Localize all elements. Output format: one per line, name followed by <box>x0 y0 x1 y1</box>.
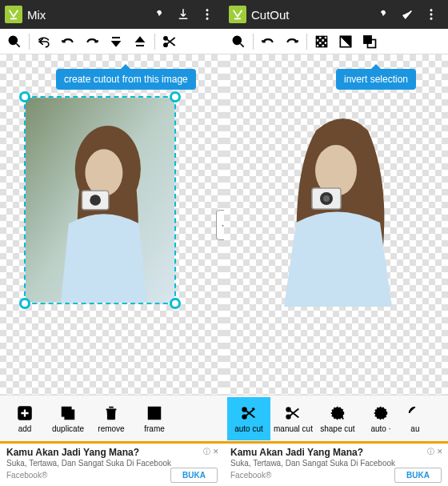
svg-point-2 <box>206 18 208 19</box>
svg-point-37 <box>287 408 291 412</box>
svg-rect-22 <box>319 38 322 41</box>
ad-sub: Suka, Tertawa, Dan Sangat Suka Di Facebo… <box>6 459 218 468</box>
invert-icon[interactable] <box>334 30 357 53</box>
svg-rect-25 <box>322 42 324 44</box>
cutout-tooltip: invert selection <box>336 69 416 90</box>
svg-rect-20 <box>316 36 318 38</box>
svg-rect-24 <box>316 42 318 44</box>
help-icon[interactable] <box>371 0 395 29</box>
resize-handle-br[interactable] <box>170 298 181 309</box>
mix-titlebar: Mix <box>0 0 224 29</box>
add-button[interactable]: add <box>3 397 46 440</box>
undo-icon[interactable] <box>33 30 55 53</box>
partial-icon <box>406 404 425 423</box>
frame-icon <box>145 404 164 423</box>
scissors-auto-icon <box>239 404 258 423</box>
svg-point-0 <box>206 10 208 11</box>
frame-button[interactable]: frame <box>133 397 176 440</box>
svg-rect-26 <box>319 44 322 46</box>
svg-point-17 <box>430 18 432 19</box>
ad-site: Facebook® <box>6 471 47 480</box>
cutout-title: CutOut <box>251 8 290 22</box>
scissors-icon[interactable] <box>158 30 181 53</box>
ad-title: Kamu Akan Jadi Yang Mana? <box>6 447 218 458</box>
cutout-result <box>256 98 416 307</box>
undo-icon[interactable] <box>57 30 79 53</box>
cutout-toolbar <box>224 29 448 54</box>
zoom-in-icon[interactable] <box>227 30 250 53</box>
mix-toolbar <box>0 29 224 54</box>
svg-point-36 <box>242 415 246 419</box>
svg-rect-14 <box>149 408 161 420</box>
svg-point-41 <box>378 411 383 416</box>
confirm-icon[interactable] <box>395 0 419 29</box>
shapecut-button[interactable]: shape cut <box>316 397 359 440</box>
mix-pane: Mix <box>0 0 224 486</box>
shape-icon <box>328 404 347 423</box>
svg-rect-13 <box>65 410 74 419</box>
duplicate-icon <box>58 404 78 423</box>
ad-badge-icon[interactable]: ⓘ <box>427 447 443 457</box>
mix-title: Mix <box>27 8 46 22</box>
redo-icon[interactable] <box>81 30 103 53</box>
svg-rect-21 <box>322 36 324 38</box>
svg-point-34 <box>323 195 330 202</box>
svg-point-16 <box>430 14 432 15</box>
cutout-pane: CutOut <box>224 0 448 486</box>
drawer-handle-icon[interactable]: ⦙⦙ <box>216 210 224 240</box>
svg-point-5 <box>164 43 167 46</box>
svg-point-1 <box>206 14 208 15</box>
resize-handle-tr[interactable] <box>170 91 181 102</box>
overflow-icon[interactable] <box>195 0 219 29</box>
mix-tooltip: create cutout from this image <box>56 69 196 90</box>
move-down-icon[interactable] <box>129 30 151 53</box>
cutout-titlebar: CutOut <box>224 0 448 29</box>
plus-icon <box>15 404 34 423</box>
ad-sub: Suka, Tertawa, Dan Sangat Suka Di Facebo… <box>230 459 442 468</box>
ad-title: Kamu Akan Jadi Yang Mana? <box>230 447 442 458</box>
zoom-out-icon[interactable] <box>3 30 26 53</box>
app-icon <box>229 6 246 23</box>
ad-cta-button[interactable]: BUKA <box>170 468 218 483</box>
svg-point-8 <box>85 149 122 196</box>
manualcut-button[interactable]: manual cut <box>270 397 316 440</box>
mix-canvas[interactable]: create cutout from this image <box>0 54 224 395</box>
target-icon <box>371 404 390 423</box>
svg-point-38 <box>287 415 291 419</box>
more-button[interactable]: au <box>402 397 428 440</box>
autocut-button[interactable]: auto cut <box>227 397 270 440</box>
move-up-icon[interactable] <box>105 30 127 53</box>
svg-point-35 <box>242 408 246 412</box>
mask-icon[interactable] <box>358 30 381 53</box>
svg-point-15 <box>430 10 432 11</box>
svg-rect-27 <box>324 44 326 46</box>
selected-image[interactable] <box>24 96 176 304</box>
cutout-ad[interactable]: ⓘ Kamu Akan Jadi Yang Mana? Suka, Tertaw… <box>224 441 448 486</box>
duplicate-button[interactable]: duplicate <box>46 397 90 440</box>
checker-icon[interactable] <box>310 30 333 53</box>
resize-handle-bl[interactable] <box>19 298 30 309</box>
mix-bottombar: add duplicate remove frame <box>0 395 224 441</box>
scissors-icon <box>283 404 302 423</box>
help-icon[interactable] <box>147 0 171 29</box>
ad-badge-icon[interactable]: ⓘ <box>203 447 219 457</box>
remove-button[interactable]: remove <box>90 397 133 440</box>
trash-icon <box>102 404 121 423</box>
svg-rect-23 <box>324 38 326 41</box>
download-icon[interactable] <box>171 0 195 29</box>
undo-icon[interactable] <box>257 30 279 53</box>
svg-point-4 <box>164 36 167 39</box>
overflow-icon[interactable] <box>419 0 443 29</box>
cutout-bottombar: auto cut manual cut shape cut auto · au <box>224 395 448 441</box>
app-icon <box>5 6 22 23</box>
mix-ad[interactable]: ⓘ Kamu Akan Jadi Yang Mana? Suka, Tertaw… <box>0 441 224 486</box>
ad-site: Facebook® <box>230 471 271 480</box>
svg-point-10 <box>90 195 101 206</box>
auto-button[interactable]: auto · <box>359 397 402 440</box>
redo-icon[interactable] <box>281 30 303 53</box>
resize-handle-tl[interactable] <box>19 91 30 102</box>
cutout-canvas[interactable]: invert selection <box>224 54 448 395</box>
ad-cta-button[interactable]: BUKA <box>394 468 442 483</box>
